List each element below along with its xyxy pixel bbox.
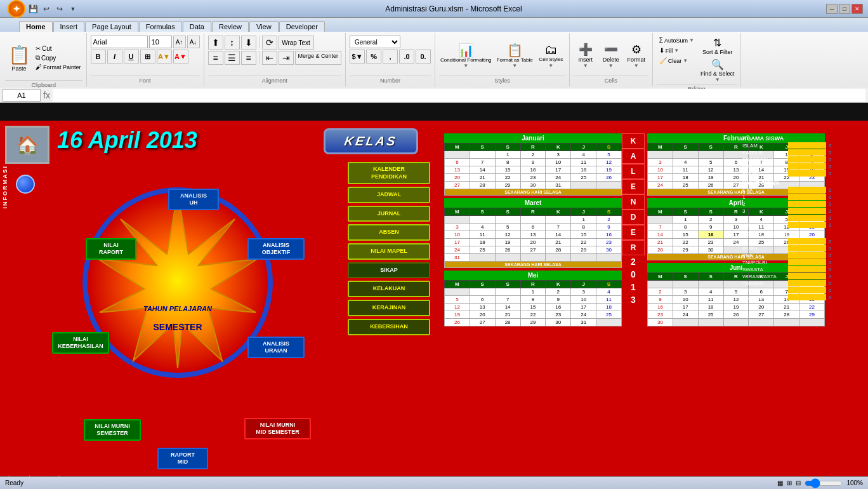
percent-button[interactable]: % [366,50,381,64]
sheet-area: 🏠 INFORMASI 16 April 2013 T [0,103,868,486]
kelakuan-button[interactable]: KELAKUAN [348,281,430,297]
cell-reference-input[interactable] [3,89,41,102]
kerajinan-button[interactable]: KERAJINAN [348,300,430,316]
indent-inc-button[interactable]: ⇥ [279,51,294,65]
tab-insert[interactable]: Insert [53,21,85,32]
analisis-objektif-button[interactable]: ANALISISOBJEKTIF [247,238,305,260]
currency-button[interactable]: $▼ [350,50,365,64]
conditional-formatting-button[interactable]: 📊 Conditional Formatting ▼ [439,41,492,70]
svg-text:TAHUN PELAJARAN: TAHUN PELAJARAN [143,305,213,312]
window-title: Administrasi Guru.xlsm - Microsoft Excel [385,4,522,13]
align-left-button[interactable]: ≡ [208,51,223,65]
autosum-button[interactable]: Σ AutoSum ▼ [657,36,697,45]
tab-developer[interactable]: Developer [279,21,325,32]
formula-input[interactable] [53,89,865,102]
delete-button[interactable]: ➖ Delete ▼ [599,41,623,70]
tab-data[interactable]: Data [183,21,211,32]
stat-budha: BUDHA 0 [742,170,860,177]
absen-button[interactable]: ABSEN [348,224,430,241]
customize-qa-button[interactable]: ▼ [67,3,79,15]
fill-button[interactable]: ⬇ Fill ▼ [657,46,697,55]
tab-formulas[interactable]: Formulas [139,21,182,32]
zoom-slider[interactable] [805,479,843,487]
maximize-button[interactable]: □ [839,4,850,14]
font-color-button[interactable]: A▼ [173,50,188,64]
insert-button[interactable]: ➕ Insert ▼ [574,41,598,70]
dec-inc-button[interactable]: .0 [399,50,414,64]
format-as-table-button[interactable]: 📋 Format as Table ▼ [496,41,534,70]
stat-umur-2: 2 0 [742,201,860,207]
text-angle-button[interactable]: ⟳ [262,36,277,50]
jadwal-button[interactable]: JADWAL [348,187,430,203]
save-qa-button[interactable]: 💾 [27,3,39,15]
page-break-view-button[interactable]: ⊟ [796,479,801,486]
underline-button[interactable]: U [124,50,139,64]
comma-button[interactable]: , [383,50,398,64]
dec-dec-button[interactable]: 0. [416,50,431,64]
format-painter-button[interactable]: 🖌 Format Painter [34,63,82,71]
formula-function-icon[interactable]: fx [43,90,50,100]
info-ball[interactable] [16,175,35,194]
close-button[interactable]: ✕ [852,4,863,14]
tab-review[interactable]: Review [212,21,249,32]
normal-view-button[interactable]: ▦ [777,479,783,486]
font-size-input[interactable] [149,36,172,48]
sikap-button[interactable]: SIKAP [348,262,430,279]
fill-color-button[interactable]: A▼ [157,50,172,64]
kebersihan-button[interactable]: KEBERSIHAN [348,319,430,335]
office-button[interactable]: ✦ [8,0,25,18]
decrease-font-button[interactable]: A↓ [187,36,200,48]
align-top-button[interactable]: ⬆ [208,36,223,50]
agama-title: AGAMA SISWA [742,135,860,142]
mei-table: MSSRKJS 1234 567891011 12131415161718 19… [444,280,622,326]
pekerjaan-title: PEKERJAAN ORTU [742,231,860,238]
number-format-select[interactable]: General Number Currency Percentage [350,36,400,48]
tab-view[interactable]: View [249,21,279,32]
stat-tani: TANI 0 [742,238,860,245]
tab-page-layout[interactable]: Page Layout [85,21,138,32]
minimize-button[interactable]: ─ [826,4,838,14]
autosum-icon: Σ [659,37,663,44]
find-select-button[interactable]: 🔍 Find & Select ▼ [698,57,737,84]
align-middle-button[interactable]: ↕ [225,36,240,50]
format-button[interactable]: ⚙ Format ▼ [624,41,648,70]
cut-button[interactable]: ✂ Cut [34,44,82,53]
nilai-murni-mid-button[interactable]: NILAI MURNIMID SEMESTER [244,418,311,439]
kelas-button[interactable]: KELAS [324,128,418,154]
indent-dec-button[interactable]: ⇤ [262,51,277,65]
paste-button[interactable]: 📋 Paste [5,36,33,80]
wrap-text-button[interactable]: Wrap Text [279,36,314,50]
nilai-mapel-button[interactable]: NILAI MAPEL [348,243,430,260]
cut-icon: ✂ [36,45,41,52]
clear-icon: 🧹 [659,57,667,64]
analisis-uraian-button[interactable]: ANALISISURAIAN [247,337,305,358]
align-right-button[interactable]: ≡ [241,51,256,65]
align-center-button[interactable]: ☰ [225,51,240,65]
undo-qa-button[interactable]: ↩ [41,3,52,15]
clear-button[interactable]: 🧹 Clear ▼ [657,56,697,65]
font-name-input[interactable] [91,36,148,48]
tab-home[interactable]: Home [19,21,53,32]
increase-font-button[interactable]: A↑ [173,36,186,48]
italic-button[interactable]: I [107,50,122,64]
redo-qa-button[interactable]: ↪ [54,3,65,15]
kalender-pendidikan-button[interactable]: KALENDERPENDIDIKAN [348,162,430,184]
cell-styles-button[interactable]: 🗂 Cell Styles ▼ [537,41,565,70]
nilai-keberhasilan-button[interactable]: NILAIKEBERHASILAN [52,332,109,354]
bold-button[interactable]: B [91,50,106,64]
nilai-raport-button[interactable]: NILAIRAPORT [86,238,136,260]
merge-center-button[interactable]: Merge & Center [295,51,342,65]
page-layout-view-button[interactable]: ⊞ [787,479,792,486]
nilai-murni-semester-button[interactable]: NILAI MURNISEMESTER [84,419,141,441]
analisis-uh-button[interactable]: ANALISISUH [168,189,219,210]
ribbon-tabs: Home Insert Page Layout Formulas Data Re… [0,18,868,32]
border-button[interactable]: ⊞ [140,50,155,64]
calendar-maret: Maret MSSRKJS 12 3456789 10111213141516 … [444,198,622,268]
sort-filter-button[interactable]: ⇅ Sort & Filter [698,36,737,57]
raport-mid-button[interactable]: RAPORTMID [157,448,208,469]
jurnal-button[interactable]: JURNAL [348,206,430,222]
informasi-label: INFORMASI [2,165,8,209]
calendar-left: Januari MSSRKJS 12345 6789101112 1314151… [444,133,622,329]
copy-button[interactable]: ⧉ Copy [34,53,82,62]
align-bottom-button[interactable]: ⬇ [241,36,256,50]
